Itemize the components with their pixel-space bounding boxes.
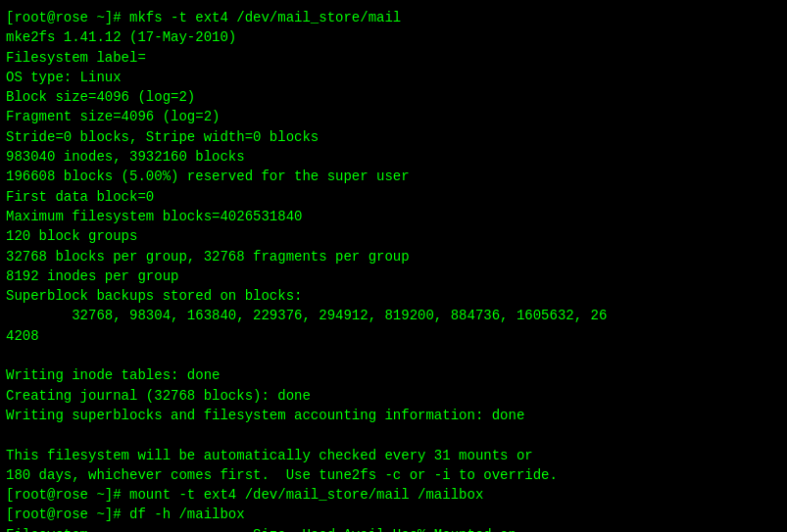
terminal-line: Block size=4096 (log=2) [6,87,781,107]
terminal-output: [root@rose ~]# mkfs -t ext4 /dev/mail_st… [6,8,781,532]
terminal-line: 180 days, whichever comes first. Use tun… [6,465,781,485]
terminal-line: Writing superblocks and filesystem accou… [6,406,781,425]
terminal-line: Filesystem label= [6,48,781,68]
terminal-line: Filesystem Size Used Avail Use% Mounted … [6,525,781,532]
terminal-line: 120 block groups [6,226,781,246]
terminal-line: [root@rose ~]# mkfs -t ext4 /dev/mail_st… [6,8,781,27]
terminal-line: Maximum filesystem blocks=4026531840 [6,207,781,226]
terminal-line: 4208 [6,326,781,346]
terminal-line: 8192 inodes per group [6,266,781,286]
terminal-line: Fragment size=4096 (log=2) [6,107,781,126]
terminal-line: [root@rose ~]# mount -t ext4 /dev/mail_s… [6,485,781,505]
terminal-line: Stride=0 blocks, Stripe width=0 blocks [6,127,781,147]
terminal-line: 32768, 98304, 163840, 229376, 294912, 81… [6,306,781,325]
terminal-line: 32768 blocks per group, 32768 fragments … [6,247,781,266]
terminal-line: First data block=0 [6,187,781,207]
terminal-line: This filesystem will be automatically ch… [6,446,781,465]
terminal-line: Superblock backups stored on blocks: [6,286,781,306]
terminal-line [6,425,781,445]
terminal-line: OS type: Linux [6,68,781,87]
terminal-line: 983040 inodes, 3932160 blocks [6,147,781,167]
terminal-line: Writing inode tables: done [6,365,781,385]
terminal-line: 196608 blocks (5.00%) reserved for the s… [6,167,781,186]
terminal-line: mke2fs 1.41.12 (17-May-2010) [6,27,781,47]
terminal-line: [root@rose ~]# df -h /mailbox [6,505,781,524]
terminal-line [6,346,781,365]
terminal-line: Creating journal (32768 blocks): done [6,386,781,406]
